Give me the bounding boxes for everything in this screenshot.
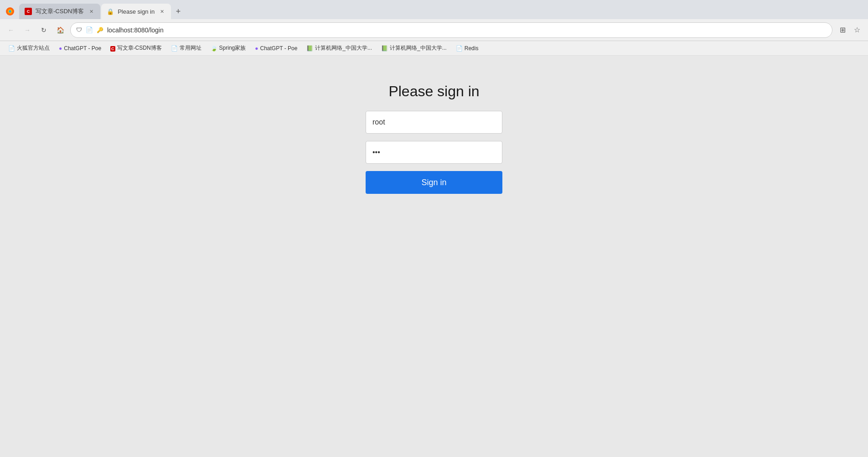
- page-icon: 📄: [86, 26, 93, 33]
- lock-icon: 🔑: [97, 27, 103, 33]
- tab-login[interactable]: 🔒 Please sign in ✕: [101, 4, 171, 19]
- tab-login-title: Please sign in: [118, 8, 155, 15]
- forward-button[interactable]: →: [21, 24, 34, 36]
- tab-bar: C 写文章-CSDN博客 ✕ 🔒 Please sign in ✕ +: [0, 0, 868, 19]
- nav-bar: ← → ↻ 🏠 🛡 📄 🔑 localhost:8080/login ⊞ ☆: [0, 19, 868, 41]
- shield-icon: 🛡: [76, 26, 82, 33]
- password-input[interactable]: [366, 141, 502, 164]
- bookmarks-bar: 📄 火狐官方站点 ● ChatGPT - Poe C 写文章-CSDN博客 📄 …: [0, 41, 868, 56]
- new-tab-button[interactable]: +: [172, 5, 185, 18]
- bookmark-redis[interactable]: 📄 Redis: [452, 44, 482, 53]
- bookmark-star-button[interactable]: ☆: [851, 24, 863, 36]
- bookmark-chatgpt1-label: ChatGPT - Poe: [64, 45, 101, 52]
- nav-right-buttons: ⊞ ☆: [836, 24, 863, 36]
- bookmark-chatgpt1-icon: ●: [59, 45, 62, 52]
- bookmark-spring-label: Spring家族: [219, 44, 246, 52]
- bookmark-chatgpt2[interactable]: ● ChatGPT - Poe: [251, 44, 301, 53]
- tab-csdn[interactable]: C 写文章-CSDN博客 ✕: [19, 4, 100, 19]
- bookmark-jisuanji2-label: 计算机网络_中国大学...: [390, 44, 447, 52]
- bookmark-jisuanji1-icon: 📗: [306, 45, 313, 52]
- bookmark-spring-icon: 🍃: [211, 45, 217, 52]
- bookmark-huhu[interactable]: 📄 火狐官方站点: [5, 43, 53, 53]
- bookmark-chatgpt2-label: ChatGPT - Poe: [260, 45, 298, 52]
- bookmark-csdn[interactable]: C 写文章-CSDN博客: [107, 43, 165, 53]
- firefox-icon: [5, 7, 15, 16]
- tab-csdn-title: 写文章-CSDN博客: [36, 7, 84, 16]
- username-input[interactable]: [366, 111, 502, 134]
- bookmark-jisuanji2-icon: 📗: [381, 45, 388, 52]
- svg-point-2: [9, 10, 11, 13]
- login-container: Please sign in Sign in: [366, 83, 502, 457]
- bookmark-changyong-icon: 📄: [171, 45, 178, 52]
- qr-button[interactable]: ⊞: [836, 24, 849, 36]
- address-bar[interactable]: 🛡 📄 🔑 localhost:8080/login: [70, 22, 832, 38]
- bookmark-huhu-label: 火狐官方站点: [17, 44, 50, 52]
- bookmark-chatgpt1[interactable]: ● ChatGPT - Poe: [55, 44, 105, 53]
- bookmark-jisuanji1[interactable]: 📗 计算机网络_中国大学...: [303, 43, 376, 53]
- bookmark-changyong[interactable]: 📄 常用网址: [167, 43, 205, 53]
- bookmark-jisuanji1-label: 计算机网络_中国大学...: [315, 44, 372, 52]
- page-content: Please sign in Sign in: [0, 56, 868, 457]
- csdn-favicon: C: [25, 8, 32, 15]
- tab-csdn-close[interactable]: ✕: [88, 8, 95, 15]
- bookmark-redis-icon: 📄: [456, 45, 463, 52]
- bookmark-spring[interactable]: 🍃 Spring家族: [207, 43, 250, 53]
- bookmark-csdn-icon: C: [110, 45, 115, 52]
- tab-login-close[interactable]: ✕: [158, 8, 165, 15]
- refresh-button[interactable]: ↻: [37, 24, 50, 36]
- bookmark-huhu-icon: 📄: [8, 45, 15, 52]
- bookmark-redis-label: Redis: [465, 45, 479, 52]
- login-title: Please sign in: [388, 83, 479, 100]
- sign-in-button[interactable]: Sign in: [366, 171, 502, 194]
- bookmark-csdn-label: 写文章-CSDN博客: [117, 44, 162, 52]
- back-button[interactable]: ←: [5, 24, 17, 36]
- browser-chrome: C 写文章-CSDN博客 ✕ 🔒 Please sign in ✕ + ← → …: [0, 0, 868, 56]
- bookmark-changyong-label: 常用网址: [180, 44, 202, 52]
- bookmark-chatgpt2-icon: ●: [255, 45, 258, 52]
- bookmark-jisuanji2[interactable]: 📗 计算机网络_中国大学...: [377, 43, 450, 53]
- tab-login-favicon: 🔒: [107, 8, 114, 15]
- url-text: localhost:8080/login: [107, 26, 827, 34]
- home-button[interactable]: 🏠: [54, 24, 67, 36]
